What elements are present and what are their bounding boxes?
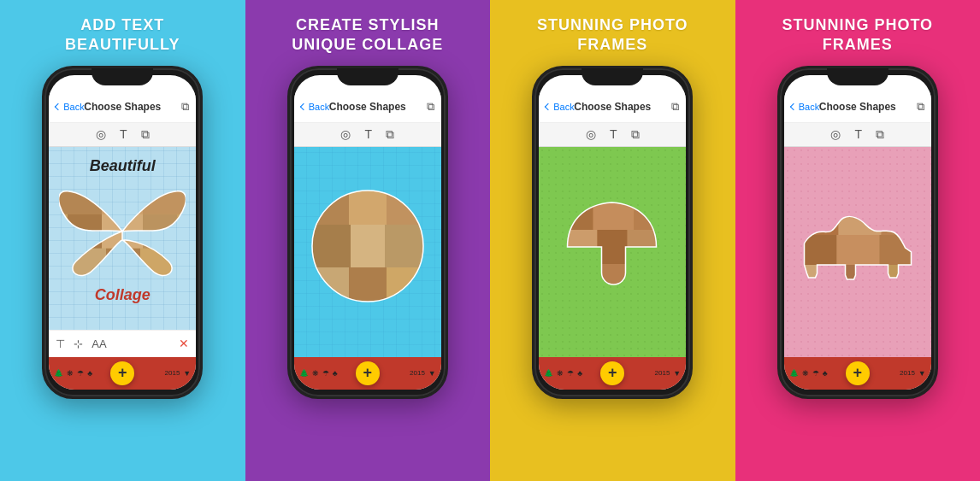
copy-icon-3[interactable]: ⧉ [671, 100, 679, 114]
tree-icon-2: 🌲 [299, 369, 309, 378]
clover-icon-4: ♣ [823, 369, 828, 378]
svg-rect-18 [308, 267, 349, 306]
flower-icon-4: ❋ [802, 369, 809, 378]
svg-rect-38 [836, 265, 879, 290]
text-icon-3[interactable]: T [610, 127, 617, 141]
panel-frames-1: Stunning PhotoFrames Back Choose Shapes … [490, 0, 735, 481]
panel-4-title: Stunning PhotoFrames [782, 15, 933, 56]
duplicate-icon-4[interactable]: ⧉ [876, 127, 884, 142]
canvas-1: Beautiful [49, 147, 196, 330]
panel-1-title: Add TextBeautifully [65, 15, 180, 56]
chevron-icon-4 [790, 103, 797, 110]
svg-rect-16 [351, 225, 385, 267]
text-icon-4[interactable]: T [854, 127, 862, 141]
app-bar-icons-4: ⧉ [917, 100, 924, 114]
phone-2-app-bar: Back Choose Shapes ⧉ [294, 92, 441, 123]
shape-icon[interactable]: ◎ [96, 127, 106, 141]
toolbar-row-4: ◎ T ⧉ [784, 123, 931, 147]
dog-shape [795, 205, 919, 290]
delete-icon[interactable]: ✕ [179, 337, 189, 350]
app-bottom-1: 🌲 ❋ ☂ ♣ + 2015 ▼ [49, 357, 196, 390]
shape-icon-3[interactable]: ◎ [586, 127, 596, 141]
phone-4-notch [827, 68, 888, 85]
clover-icon-1: ♣ [87, 369, 92, 378]
toolbar-row-3: ◎ T ⧉ [539, 123, 686, 147]
phone-3: Back Choose Shapes ⧉ ◎ T ⧉ [532, 66, 693, 399]
svg-rect-12 [308, 186, 349, 225]
phone-1: Back Choose Shapes ⧉ ◎ T ⧉ Beautiful [42, 66, 203, 399]
svg-rect-35 [836, 235, 879, 265]
add-button-4[interactable]: + [846, 361, 870, 385]
copy-icon[interactable]: ⧉ [181, 100, 189, 114]
circle-shape [308, 186, 428, 306]
add-button-3[interactable]: + [600, 361, 624, 385]
back-button-3[interactable]: Back [546, 102, 574, 112]
toolbar-row-2: ◎ T ⧉ [294, 123, 441, 147]
bottom-right-icons-4: 2015 ▼ [900, 369, 926, 378]
chevron-icon-3 [545, 103, 552, 110]
svg-rect-3 [143, 185, 186, 214]
add-button-2[interactable]: + [356, 361, 380, 385]
umbrella-icon-4: ☂ [812, 369, 819, 378]
svg-rect-24 [593, 196, 635, 230]
duplicate-icon[interactable]: ⧉ [141, 127, 150, 142]
svg-rect-1 [59, 185, 102, 214]
font-size-icon[interactable]: AA [92, 337, 106, 350]
umbrella-shape [551, 196, 675, 298]
phone-1-app-bar: Back Choose Shapes ⧉ [49, 92, 196, 123]
year-label-2: 2015 [410, 369, 425, 377]
flower-icon-2: ❋ [312, 369, 319, 378]
app-bar-icons: ⧉ [181, 100, 189, 114]
svg-rect-14 [387, 186, 428, 225]
copy-icon-4[interactable]: ⧉ [917, 100, 924, 114]
back-label-4: Back [799, 102, 819, 112]
umbrella-icon-1: ☂ [77, 369, 84, 378]
app-bottom-3: 🌲 ❋ ☂ ♣ + 2015 ▼ [539, 357, 686, 390]
toolbar-row-1: ◎ T ⧉ [49, 123, 196, 147]
svg-rect-39 [879, 265, 919, 290]
year-label-1: 2015 [165, 369, 180, 377]
clover-icon-3: ♣ [577, 369, 582, 378]
app-bar-title-4: Choose Shapes [819, 101, 896, 113]
canvas-3 [539, 147, 686, 357]
svg-rect-2 [102, 185, 143, 214]
duplicate-icon-3[interactable]: ⧉ [631, 127, 640, 142]
add-button-1[interactable]: + [110, 361, 134, 385]
text-tool-icon[interactable]: ⊤ [56, 337, 65, 350]
copy-icon-2[interactable]: ⧉ [427, 100, 434, 114]
phone-4: Back Choose Shapes ⧉ ◎ T ⧉ [777, 66, 938, 399]
phone-1-notch [92, 68, 153, 85]
svg-rect-7 [59, 249, 106, 283]
back-button-4[interactable]: Back [791, 102, 819, 112]
back-button-2[interactable]: Back [301, 102, 329, 112]
shape-icon-2[interactable]: ◎ [340, 127, 351, 141]
app-bar-icons-3: ⧉ [671, 100, 679, 114]
clover-icon-2: ♣ [333, 369, 338, 378]
shape-icon-4[interactable]: ◎ [830, 127, 841, 141]
duplicate-icon-2[interactable]: ⧉ [386, 127, 394, 142]
flower-icon-1: ❋ [67, 369, 74, 378]
phone-4-inner: Back Choose Shapes ⧉ ◎ T ⧉ [784, 75, 931, 390]
chevron-icon [55, 103, 62, 110]
phone-3-inner: Back Choose Shapes ⧉ ◎ T ⧉ [539, 75, 686, 390]
back-button[interactable]: Back [56, 102, 84, 112]
bottom-right-icons-3: 2015 ▼ [655, 369, 682, 378]
butterfly-shape [59, 185, 186, 283]
tree-icon-4: 🌲 [789, 369, 799, 378]
back-label-2: Back [309, 102, 329, 112]
panel-3-title: Stunning PhotoFrames [537, 15, 688, 56]
phone-2: Back Choose Shapes ⧉ ◎ T ⧉ [287, 66, 448, 399]
bottom-right-icons-1: 2015 ▼ [165, 369, 192, 378]
bottom-left-icons-4: 🌲 ❋ ☂ ♣ [789, 369, 828, 378]
app-bottom-4: 🌲 ❋ ☂ ♣ + 2015 ▼ [784, 357, 931, 390]
svg-rect-20 [387, 267, 428, 306]
text-icon[interactable]: T [120, 127, 127, 141]
panel-add-text: Add TextBeautifully Back Choose Shapes ⧉… [0, 0, 245, 481]
arrow-icon-4: ▼ [918, 369, 926, 378]
arrow-icon-3: ▼ [673, 369, 681, 378]
phone-2-notch [337, 68, 398, 85]
text-icon-2[interactable]: T [364, 127, 372, 141]
umbrella-icon-2: ☂ [322, 369, 329, 378]
resize-icon[interactable]: ⊹ [74, 337, 83, 350]
umbrella-icon-3: ☂ [567, 369, 574, 378]
